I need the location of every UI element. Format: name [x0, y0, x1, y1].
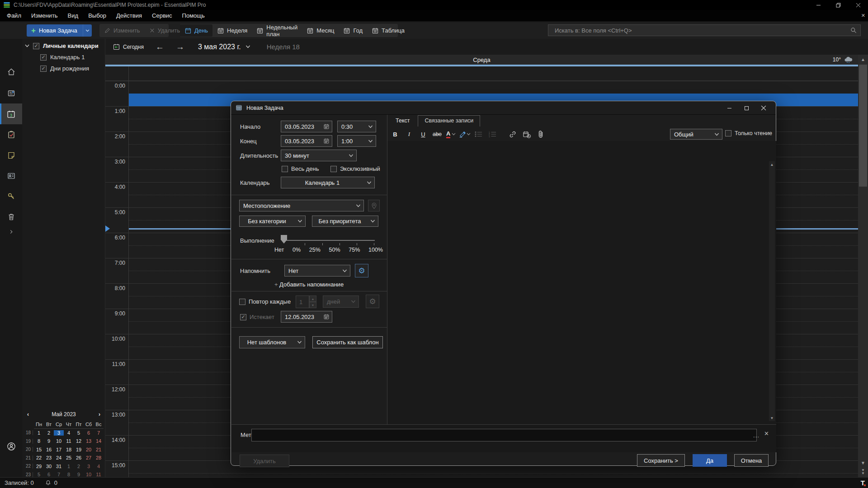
rail-sticky-notes-icon[interactable] [0, 145, 22, 165]
save-button[interactable]: Сохранить > [637, 454, 685, 467]
end-time-combo[interactable]: 1:00 [337, 135, 376, 147]
chevron-down-icon[interactable] [452, 133, 456, 136]
completion-slider-thumb[interactable] [281, 235, 287, 244]
calendar-combo[interactable]: Календарь 1 [281, 177, 375, 188]
minical-day[interactable]: 28 [94, 455, 104, 460]
add-reminder-link[interactable]: + Добавить напоминание [231, 281, 387, 288]
numbered-list-button[interactable]: 123 [487, 129, 497, 140]
rail-avatar-icon[interactable] [0, 436, 22, 456]
minical-day[interactable]: 6 [44, 472, 54, 477]
delete-button[interactable]: Удалить [145, 24, 185, 37]
chevron-down-icon[interactable] [345, 154, 356, 157]
tags-clear-icon[interactable]: ✕ [764, 430, 769, 437]
view-button-4[interactable]: Месяц [302, 24, 339, 37]
minical-day[interactable]: 16 [44, 447, 54, 452]
highlight-button[interactable] [458, 131, 471, 138]
templates-combo[interactable]: Нет шаблонов [239, 336, 305, 348]
exclusive-checkbox[interactable] [330, 166, 337, 172]
attach-file-icon[interactable] [536, 129, 546, 140]
dialog-close-button[interactable] [755, 101, 772, 115]
chevron-down-icon[interactable] [467, 133, 471, 136]
minimize-button[interactable] [808, 0, 828, 10]
menu-сервис[interactable]: Сервис [147, 10, 177, 22]
view-button-6[interactable]: Таблица [367, 24, 409, 37]
underline-button[interactable]: U [418, 129, 428, 140]
rail-passwords-icon[interactable] [0, 187, 22, 206]
readonly-checkbox-row[interactable]: Только чтение [725, 130, 772, 136]
minical-day[interactable]: 4 [94, 464, 104, 469]
delete-task-button[interactable]: Удалить [240, 455, 289, 467]
chevron-down-icon[interactable] [367, 220, 378, 223]
minical-day[interactable]: 5 [34, 472, 44, 477]
new-task-button[interactable]: +Новая Задача [27, 24, 92, 37]
minical-day[interactable]: 17 [54, 447, 64, 452]
dialog-minimize-button[interactable] [721, 101, 738, 115]
category-combo[interactable]: Без категории [239, 216, 306, 227]
rail-home-icon[interactable] [0, 62, 22, 82]
minical-day[interactable]: 20 [84, 447, 94, 452]
minical-day[interactable]: 18 [64, 447, 74, 452]
chevron-down-icon[interactable] [365, 125, 376, 128]
birthdays-checkbox[interactable]: ✓ [40, 66, 47, 72]
tray-text-tool-icon[interactable]: T [861, 479, 865, 487]
insert-datetime-icon[interactable] [522, 129, 532, 140]
tags-more-button[interactable]: ... [752, 431, 760, 440]
chevron-down-icon[interactable] [353, 204, 363, 207]
cancel-button[interactable]: Отмена [734, 454, 769, 467]
menu-действия[interactable]: Действия [111, 10, 147, 22]
minical-day[interactable]: 1 [34, 430, 44, 436]
minical-day[interactable]: 9 [44, 438, 54, 444]
minical-day[interactable]: 9 [74, 472, 84, 477]
new-task-dropdown-arrow[interactable] [83, 24, 92, 37]
tree-root-row[interactable]: ✓ Личные календари [25, 42, 99, 49]
all-day-row[interactable] [105, 66, 858, 81]
exclusive-checkbox-row[interactable]: Эксклюзивный [330, 165, 380, 172]
minical-day[interactable]: 8 [64, 472, 74, 477]
minical-day[interactable]: 31 [54, 464, 64, 469]
priority-combo[interactable]: Без приоритета [312, 216, 378, 227]
tags-input[interactable] [251, 429, 757, 441]
minical-day[interactable]: 6 [84, 430, 94, 436]
all-day-checkbox[interactable] [282, 166, 288, 172]
view-button-3[interactable]: Недельный план [252, 24, 302, 37]
minical-day[interactable]: 8 [34, 438, 44, 444]
chevron-down-icon[interactable] [365, 140, 376, 143]
tab-linked-items[interactable]: Связанные записи [418, 115, 480, 127]
close-button[interactable] [848, 0, 868, 10]
minical-day[interactable]: 3 [84, 464, 94, 469]
location-combo[interactable]: Местоположение [239, 200, 364, 211]
style-combo[interactable]: Общий [670, 129, 722, 140]
repeat-count-spinner[interactable]: 1 ▲▼ [296, 296, 316, 308]
tree-root-checkbox[interactable]: ✓ [33, 43, 39, 49]
strikethrough-button[interactable]: abe [432, 129, 442, 140]
scroll-down-arrow[interactable]: ▼ [769, 415, 775, 421]
tree-item-birthdays[interactable]: ✓ Дни рождения [40, 65, 89, 72]
chevron-down-icon[interactable] [294, 220, 305, 223]
rail-expand-chevron-icon[interactable] [0, 225, 22, 239]
yes-button[interactable]: Да [693, 454, 727, 467]
scroll-down-arrow[interactable]: ▼ [858, 458, 868, 467]
minical-day[interactable]: 15 [34, 447, 44, 452]
edit-button[interactable]: Изменить [99, 24, 145, 37]
spinner-down-icon[interactable]: ▼ [309, 302, 316, 308]
start-date-calendar-icon[interactable] [321, 123, 332, 130]
end-date-field[interactable]: 03.05.2023 [281, 135, 332, 147]
start-time-combo[interactable]: 0:30 [337, 121, 376, 132]
italic-button[interactable]: I [404, 129, 414, 140]
minical-prev-button[interactable]: ‹ [22, 411, 34, 418]
remind-combo[interactable]: Нет [284, 265, 350, 277]
minical-day[interactable]: 1 [64, 464, 74, 469]
repeat-settings-button[interactable]: ⚙ [366, 295, 379, 308]
reminder-settings-button[interactable]: ⚙ [355, 264, 368, 277]
minical-day[interactable]: 5 [74, 430, 84, 436]
minical-day[interactable]: 25 [64, 455, 74, 460]
menu-файл[interactable]: Файл [2, 10, 26, 22]
minical-day[interactable]: 7 [94, 430, 104, 436]
minical-day[interactable]: 2 [44, 430, 54, 436]
all-day-checkbox-row[interactable]: Весь день [282, 165, 319, 172]
minical-day[interactable]: 11 [94, 472, 104, 477]
restore-button[interactable] [828, 0, 848, 10]
map-pin-button[interactable] [368, 200, 380, 211]
minical-day[interactable]: 7 [54, 472, 64, 477]
font-color-button[interactable]: A [446, 131, 456, 138]
